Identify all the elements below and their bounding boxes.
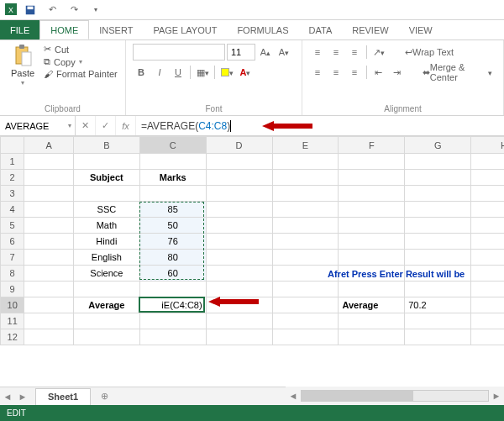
tab-page-layout[interactable]: PAGE LAYOUT <box>143 20 227 39</box>
row-header[interactable]: 3 <box>1 186 24 202</box>
cell[interactable] <box>73 154 139 170</box>
row-header[interactable]: 7 <box>1 250 24 266</box>
merge-center-button[interactable]: ⬌ Merge & Center▾ <box>418 64 496 81</box>
cell[interactable] <box>206 154 272 170</box>
cell[interactable] <box>272 329 339 345</box>
cell[interactable] <box>272 282 339 297</box>
align-middle-icon[interactable]: ≡ <box>328 44 344 61</box>
cell[interactable] <box>73 329 139 345</box>
redo-icon[interactable]: ↷ <box>66 2 82 18</box>
cell[interactable] <box>471 186 504 202</box>
chevron-down-icon[interactable]: ▾ <box>68 122 71 129</box>
col-header[interactable]: A <box>24 137 74 154</box>
italic-button[interactable]: I <box>151 64 168 81</box>
cell[interactable]: 50 <box>139 218 206 234</box>
tab-insert[interactable]: INSERT <box>89 20 143 39</box>
cell[interactable]: iE(C4:C8) <box>139 297 206 313</box>
cell[interactable]: Subject <box>73 170 139 186</box>
border-button[interactable]: ▦▾ <box>194 64 211 81</box>
cell[interactable] <box>206 218 272 234</box>
cell[interactable] <box>471 297 504 313</box>
wrap-text-button[interactable]: ↩ Wrap Text <box>401 44 458 61</box>
tab-file[interactable]: FILE <box>0 20 39 39</box>
cell[interactable] <box>206 250 272 266</box>
cell[interactable]: Average <box>339 297 405 313</box>
cell[interactable] <box>471 313 504 329</box>
cell[interactable]: Science <box>73 266 139 282</box>
cell[interactable] <box>339 154 405 170</box>
cell[interactable] <box>24 218 74 234</box>
cell[interactable] <box>139 282 206 297</box>
underline-button[interactable]: U <box>170 64 186 81</box>
cell[interactable] <box>24 202 74 218</box>
cell[interactable] <box>471 250 504 266</box>
cell[interactable] <box>206 234 272 250</box>
cell[interactable] <box>471 154 504 170</box>
cell[interactable] <box>24 250 74 266</box>
font-size-select[interactable] <box>227 44 255 61</box>
cell[interactable] <box>339 186 405 202</box>
cell[interactable] <box>206 170 272 186</box>
cell[interactable] <box>471 170 504 186</box>
cell[interactable] <box>339 170 405 186</box>
format-painter-button[interactable]: 🖌Format Painter <box>44 69 118 79</box>
add-sheet-icon[interactable]: ⊕ <box>96 391 113 402</box>
font-color-button[interactable]: A▾ <box>237 64 254 81</box>
cell[interactable] <box>272 297 339 313</box>
cell[interactable] <box>272 170 339 186</box>
cell[interactable]: 80 <box>139 250 206 266</box>
cell[interactable]: SSC <box>73 202 139 218</box>
cell[interactable] <box>471 202 504 218</box>
cell[interactable] <box>339 329 405 345</box>
cell[interactable] <box>272 218 339 234</box>
row-header[interactable]: 5 <box>1 218 24 234</box>
cell[interactable] <box>73 282 139 297</box>
align-bottom-icon[interactable]: ≡ <box>346 44 363 61</box>
sheet-nav-prev-icon[interactable]: ◄ <box>0 392 15 402</box>
cell[interactable] <box>272 250 339 266</box>
cell[interactable] <box>339 202 405 218</box>
cell[interactable]: 70.2 <box>405 297 471 313</box>
cell[interactable] <box>24 154 74 170</box>
formula-input[interactable]: =AVERAGE(C4:C8) <box>136 116 504 135</box>
cell[interactable] <box>272 313 339 329</box>
cell[interactable]: Average <box>73 297 139 313</box>
cell[interactable] <box>471 282 504 297</box>
cell[interactable] <box>139 154 206 170</box>
fx-icon[interactable]: fx <box>116 116 136 135</box>
cell[interactable] <box>24 186 74 202</box>
align-top-icon[interactable]: ≡ <box>309 44 326 61</box>
cell[interactable] <box>206 266 272 282</box>
row-header[interactable]: 12 <box>1 329 24 345</box>
cell[interactable] <box>405 250 471 266</box>
cell[interactable] <box>24 297 74 313</box>
col-header[interactable]: E <box>272 137 339 154</box>
align-right-icon[interactable]: ≡ <box>346 64 363 81</box>
cell[interactable]: 76 <box>139 234 206 250</box>
cell[interactable] <box>139 313 206 329</box>
cell[interactable] <box>139 186 206 202</box>
cell[interactable] <box>24 234 74 250</box>
bold-button[interactable]: B <box>133 64 150 81</box>
cell[interactable] <box>73 313 139 329</box>
increase-indent-icon[interactable]: ⇥ <box>389 64 406 81</box>
cell[interactable] <box>24 266 74 282</box>
cancel-formula-icon[interactable]: ✕ <box>76 116 96 135</box>
tab-formulas[interactable]: FORMULAS <box>227 20 298 39</box>
cell[interactable] <box>405 329 471 345</box>
row-header[interactable]: 2 <box>1 170 24 186</box>
cell[interactable]: 85 <box>139 202 206 218</box>
fill-color-button[interactable]: ▾ <box>218 64 235 81</box>
cell[interactable] <box>272 186 339 202</box>
save-icon[interactable] <box>22 2 39 18</box>
align-left-icon[interactable]: ≡ <box>309 64 326 81</box>
cell[interactable] <box>139 329 206 345</box>
cell[interactable] <box>24 329 74 345</box>
name-box-input[interactable] <box>3 120 54 132</box>
cell[interactable]: Math <box>73 218 139 234</box>
row-header[interactable]: 1 <box>1 154 24 170</box>
copy-button[interactable]: ⧉Copy▾ <box>44 56 118 67</box>
row-header[interactable]: 11 <box>1 313 24 329</box>
cell[interactable]: English <box>73 250 139 266</box>
cell[interactable] <box>272 234 339 250</box>
